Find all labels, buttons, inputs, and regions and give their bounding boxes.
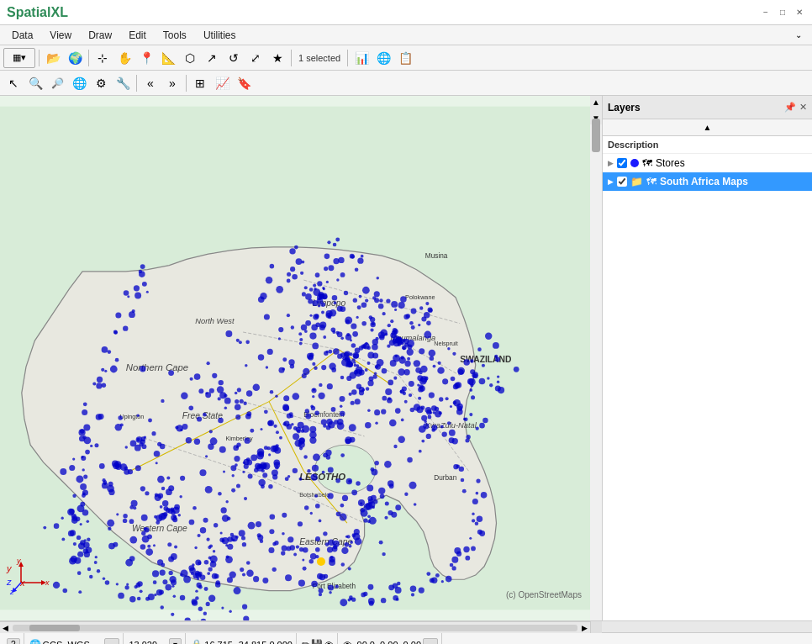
record-count-item: 13 929 ... ▾ xyxy=(125,633,186,644)
export2-button[interactable]: 🌐 xyxy=(373,48,393,68)
menu-draw[interactable]: Draw xyxy=(80,28,120,43)
sa-maps-map-icon: 🗺 xyxy=(646,176,656,187)
polygon-tool-button[interactable]: ⬡ xyxy=(180,48,200,68)
scroll-thumb[interactable] xyxy=(592,119,600,152)
select-button[interactable]: ⊹ xyxy=(92,48,113,68)
zoom-out-button[interactable]: 🔎 xyxy=(47,73,67,93)
sa-maps-layer-label: South Africa Maps xyxy=(660,176,748,187)
coordinates-label: 16,715,-34,815,0,000 xyxy=(204,640,293,645)
hscroll-right-button[interactable]: ▶ xyxy=(579,624,590,632)
table-icon: ▦ xyxy=(13,52,21,63)
crs-more-button[interactable]: ··· xyxy=(104,638,119,644)
lock-icon: 🔒 xyxy=(191,639,203,644)
dots-overlay xyxy=(0,96,590,620)
layers-header: Layers 📌 ✕ xyxy=(603,96,812,119)
selected-label: 1 selected xyxy=(298,53,340,63)
sa-maps-folder-icon: 📁 xyxy=(630,176,643,187)
layers-title: Layers xyxy=(608,102,641,113)
layers-description-header: Description xyxy=(603,136,812,154)
star-button[interactable]: ★ xyxy=(267,48,287,68)
point-tool-button[interactable]: 📍 xyxy=(136,48,156,68)
bookmark-button[interactable]: 🔖 xyxy=(234,73,254,93)
layer-item-stores[interactable]: ▶ 🗺 Stores xyxy=(603,154,812,172)
hscroll-left-button[interactable]: ◀ xyxy=(0,624,11,632)
scroll-up-button[interactable]: ▲ xyxy=(590,96,602,108)
chart-button[interactable]: 📈 xyxy=(212,73,232,93)
export3-button[interactable]: 📋 xyxy=(395,48,415,68)
rotation-label: -90.0, 0.00, 0.00 xyxy=(354,640,421,645)
stores-expand: ▶ xyxy=(608,159,614,167)
separator6 xyxy=(186,75,187,92)
layers-close-button[interactable]: ✕ xyxy=(799,102,807,113)
open-file-button[interactable]: 📂 xyxy=(43,48,63,68)
separator1 xyxy=(39,50,40,66)
layers-collapse-button[interactable]: ▲ xyxy=(603,119,812,136)
restore-button[interactable]: □ xyxy=(777,7,788,18)
record-more-button[interactable]: ▾ xyxy=(169,638,182,644)
forward-button[interactable]: » xyxy=(162,73,182,93)
stores-visibility-checkbox[interactable] xyxy=(617,158,627,168)
rotate-button[interactable]: ↺ xyxy=(224,48,244,68)
menu-data[interactable]: Data xyxy=(3,28,41,43)
main-content: Northern Cape Western Cape Eastern Cape … xyxy=(0,96,812,620)
vertical-scrollbar[interactable]: ▲ ▼ xyxy=(590,96,602,124)
statusbar: ? 🌐 GCS_WGS_... ··· 13 929 ... ▾ 🔒 16,71… xyxy=(0,632,812,644)
node-edit-button[interactable]: ↗ xyxy=(202,48,222,68)
hscroll-thumb[interactable] xyxy=(29,625,80,631)
sa-maps-expand: ▶ xyxy=(608,177,614,186)
toolbar1: ▦▾ 📂 🌍 ⊹ ✋ 📍 📐 ⬡ ↗ ↺ ⤢ ★ 1 selected 📊 🌐 … xyxy=(0,45,812,71)
stores-layer-label: Stores xyxy=(656,157,685,169)
horizontal-scrollbar[interactable]: ◀ ▶ xyxy=(0,621,590,633)
settings1-button[interactable]: ⚙ xyxy=(91,73,111,93)
help-button[interactable]: ? xyxy=(7,638,20,644)
globe-small-icon: 🌐 xyxy=(29,639,41,644)
globe2-button[interactable]: 🌐 xyxy=(69,73,89,93)
edit-icons-item: ✏ 💾 👁 xyxy=(298,633,338,644)
copyright: (c) OpenStreetMaps xyxy=(506,589,582,600)
separator5 xyxy=(136,75,137,92)
arrow-button[interactable]: ↖ xyxy=(3,73,24,93)
separator2 xyxy=(88,50,89,66)
crs-label: GCS_WGS_... xyxy=(43,640,103,645)
settings2-button[interactable]: 🔧 xyxy=(113,73,133,93)
svg-line-36 xyxy=(13,583,21,591)
hscroll-track[interactable] xyxy=(13,625,577,631)
layer-item-south-africa-maps[interactable]: ▶ 📁 🗺 South Africa Maps xyxy=(603,172,812,191)
svg-text:x: x xyxy=(45,578,50,587)
rotation-more-button[interactable]: ··· xyxy=(423,638,438,644)
export1-button[interactable]: 📊 xyxy=(351,48,372,68)
stores-style-icon xyxy=(630,159,639,167)
separator3 xyxy=(291,50,292,66)
scale-button[interactable]: ⤢ xyxy=(245,48,266,68)
menu-utilities[interactable]: Utilities xyxy=(195,28,245,43)
zoom-in-button[interactable]: 🔍 xyxy=(25,73,45,93)
line-tool-button[interactable]: 📐 xyxy=(158,48,178,68)
grid-button[interactable]: ⊞ xyxy=(190,73,210,93)
svg-text:z: z xyxy=(9,588,14,595)
menu-tools[interactable]: Tools xyxy=(155,28,195,43)
window-controls: − □ ✕ xyxy=(760,7,805,18)
app-title: SpatialXL xyxy=(7,5,68,20)
record-count-label: 13 929 ... xyxy=(129,640,167,645)
minimize-button[interactable]: − xyxy=(760,7,772,18)
right-side: ▲ ▼ xyxy=(590,96,602,620)
layers-controls: 📌 ✕ xyxy=(784,102,807,113)
menu-edit[interactable]: Edit xyxy=(120,28,155,43)
menu-expand-icon[interactable]: ⌄ xyxy=(788,29,809,41)
close-button[interactable]: ✕ xyxy=(794,7,805,18)
coordinates-item: 🔒 16,715,-34,815,0,000 xyxy=(187,633,297,644)
menu-view[interactable]: View xyxy=(41,28,80,43)
table-view-button[interactable]: ▦▾ xyxy=(3,48,35,68)
back-button[interactable]: « xyxy=(140,73,161,93)
title-bar: SpatialXL − □ ✕ xyxy=(0,0,812,25)
eye-icon2: 👁 xyxy=(343,640,352,645)
layers-pin-button[interactable]: 📌 xyxy=(784,102,796,113)
globe-button[interactable]: 🌍 xyxy=(65,48,85,68)
pan-button[interactable]: ✋ xyxy=(114,48,134,68)
map-area[interactable]: Northern Cape Western Cape Eastern Cape … xyxy=(0,96,590,620)
scroll-panel-spacer xyxy=(602,621,812,632)
layers-panel: Layers 📌 ✕ ▲ Description ▶ 🗺 Stores ▶ 📁 … xyxy=(602,96,812,620)
sa-maps-visibility-checkbox[interactable] xyxy=(617,177,627,187)
stores-map-icon: 🗺 xyxy=(642,157,652,169)
bottom-scroll-row: ◀ ▶ xyxy=(0,620,812,632)
